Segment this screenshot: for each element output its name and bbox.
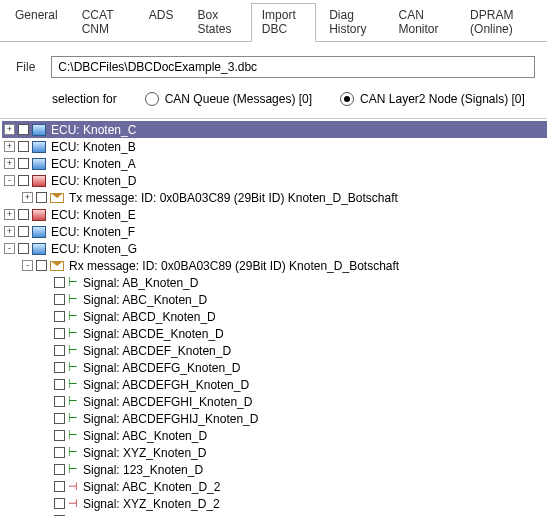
- tab-ccat-cnm[interactable]: CCAT CNM: [71, 3, 136, 42]
- tree-checkbox[interactable]: [18, 141, 29, 152]
- tree-checkbox[interactable]: [18, 209, 29, 220]
- signal-in-icon: ⊢: [68, 362, 78, 373]
- expand-icon[interactable]: +: [4, 124, 15, 135]
- tab-general[interactable]: General: [4, 3, 69, 42]
- radio-can-layer2[interactable]: CAN Layer2 Node (Signals) [0]: [340, 92, 525, 106]
- expand-icon[interactable]: +: [4, 141, 15, 152]
- tree-label: Tx message: ID: 0x0BA03C89 (29Bit ID) Kn…: [67, 191, 398, 205]
- tree-checkbox[interactable]: [18, 124, 29, 135]
- tree-row[interactable]: ⊢Signal: AB_Knoten_D: [2, 274, 547, 291]
- tree-label: Signal: 123_Knoten_D: [81, 463, 203, 477]
- tree-label: ECU: Knoten_A: [49, 157, 136, 171]
- radio-label: CAN Queue (Messages) [0]: [165, 92, 312, 106]
- radio-can-queue[interactable]: CAN Queue (Messages) [0]: [145, 92, 312, 106]
- signal-in-icon: ⊢: [68, 379, 78, 390]
- file-label: File: [16, 60, 35, 74]
- signal-in-icon: ⊢: [68, 345, 78, 356]
- tab-ads[interactable]: ADS: [138, 3, 185, 42]
- tree-checkbox[interactable]: [54, 430, 65, 441]
- tree-row[interactable]: +ECU: Knoten_A: [2, 155, 547, 172]
- expand-icon[interactable]: +: [4, 158, 15, 169]
- tree-checkbox[interactable]: [54, 311, 65, 322]
- expand-icon[interactable]: +: [4, 209, 15, 220]
- tree-row[interactable]: ⊢Signal: ABCDEFGH_Knoten_D: [2, 376, 547, 393]
- expand-icon[interactable]: +: [22, 192, 33, 203]
- expand-icon[interactable]: +: [4, 226, 15, 237]
- tree-label: ECU: Knoten_D: [49, 174, 136, 188]
- radio-label: CAN Layer2 Node (Signals) [0]: [360, 92, 525, 106]
- tree-checkbox[interactable]: [18, 158, 29, 169]
- tree-checkbox[interactable]: [54, 277, 65, 288]
- tree-label: Signal: ABCDEFGHI_Knoten_D: [81, 395, 252, 409]
- tree-label: Signal: XYZ_Knoten_D: [81, 446, 206, 460]
- tree-checkbox[interactable]: [36, 192, 47, 203]
- tab-box-states[interactable]: Box States: [187, 3, 249, 42]
- tree-checkbox[interactable]: [54, 328, 65, 339]
- tab-bar: GeneralCCAT CNMADSBox StatesImport DBCDi…: [0, 0, 547, 42]
- tree-row[interactable]: ⊢Signal: ABCDEFGHI_Knoten_D: [2, 393, 547, 410]
- tab-can-monitor[interactable]: CAN Monitor: [387, 3, 457, 42]
- tree-row[interactable]: -ECU: Knoten_D: [2, 172, 547, 189]
- tree-label: Signal: XYZ_Knoten_D_2: [81, 497, 220, 511]
- tree-row[interactable]: ⊣Signal: 123_Knoten_D_2: [2, 512, 547, 516]
- tab-dpram-online-[interactable]: DPRAM (Online): [459, 3, 543, 42]
- tree-row[interactable]: +ECU: Knoten_C: [2, 121, 547, 138]
- tree-checkbox[interactable]: [18, 175, 29, 186]
- tree-checkbox[interactable]: [18, 226, 29, 237]
- tree-row[interactable]: ⊣Signal: XYZ_Knoten_D_2: [2, 495, 547, 512]
- tree-row[interactable]: +Tx message: ID: 0x0BA03C89 (29Bit ID) K…: [2, 189, 547, 206]
- tree-view[interactable]: +ECU: Knoten_C+ECU: Knoten_B+ECU: Knoten…: [0, 118, 547, 516]
- tree-row[interactable]: +ECU: Knoten_E: [2, 206, 547, 223]
- tree-spacer: [40, 277, 51, 288]
- file-row: File: [0, 42, 547, 84]
- ecu-icon: [32, 209, 46, 221]
- tree-spacer: [40, 447, 51, 458]
- collapse-icon[interactable]: -: [22, 260, 33, 271]
- tree-row[interactable]: ⊢Signal: 123_Knoten_D: [2, 461, 547, 478]
- tree-row[interactable]: ⊢Signal: ABC_Knoten_D: [2, 427, 547, 444]
- tree-checkbox[interactable]: [54, 396, 65, 407]
- tree-row[interactable]: ⊢Signal: XYZ_Knoten_D: [2, 444, 547, 461]
- tree-row[interactable]: -Rx message: ID: 0x0BA03C89 (29Bit ID) K…: [2, 257, 547, 274]
- file-path-input[interactable]: [51, 56, 535, 78]
- tree-row[interactable]: +ECU: Knoten_B: [2, 138, 547, 155]
- tree-row[interactable]: -ECU: Knoten_G: [2, 240, 547, 257]
- tree-checkbox[interactable]: [54, 481, 65, 492]
- collapse-icon[interactable]: -: [4, 175, 15, 186]
- radio-icon: [340, 92, 354, 106]
- tree-spacer: [40, 362, 51, 373]
- tree-row[interactable]: ⊢Signal: ABCDE_Knoten_D: [2, 325, 547, 342]
- tree-label: Rx message: ID: 0x0BA03C89 (29Bit ID) Kn…: [67, 259, 399, 273]
- tree-row[interactable]: +ECU: Knoten_F: [2, 223, 547, 240]
- tree-row[interactable]: ⊢Signal: ABCDEFGHIJ_Knoten_D: [2, 410, 547, 427]
- tree-spacer: [40, 498, 51, 509]
- tree-checkbox[interactable]: [54, 294, 65, 305]
- tree-row[interactable]: ⊢Signal: ABCDEFG_Knoten_D: [2, 359, 547, 376]
- signal-in-icon: ⊢: [68, 413, 78, 424]
- tab-diag-history[interactable]: Diag History: [318, 3, 385, 42]
- ecu-icon: [32, 141, 46, 153]
- tree-checkbox[interactable]: [54, 413, 65, 424]
- tree-checkbox[interactable]: [54, 379, 65, 390]
- radio-icon: [145, 92, 159, 106]
- tab-import-dbc[interactable]: Import DBC: [251, 3, 316, 42]
- tree-row[interactable]: ⊢Signal: ABCD_Knoten_D: [2, 308, 547, 325]
- tree-checkbox[interactable]: [54, 362, 65, 373]
- tree-spacer: [40, 294, 51, 305]
- tree-label: Signal: ABCDEFG_Knoten_D: [81, 361, 240, 375]
- tree-row[interactable]: ⊣Signal: ABC_Knoten_D_2: [2, 478, 547, 495]
- message-icon: [50, 193, 64, 203]
- tree-checkbox[interactable]: [18, 243, 29, 254]
- tree-checkbox[interactable]: [54, 345, 65, 356]
- tree-checkbox[interactable]: [54, 447, 65, 458]
- tree-row[interactable]: ⊢Signal: ABC_Knoten_D: [2, 291, 547, 308]
- signal-in-icon: ⊢: [68, 294, 78, 305]
- tree-checkbox[interactable]: [54, 464, 65, 475]
- tree-label: ECU: Knoten_G: [49, 242, 137, 256]
- collapse-icon[interactable]: -: [4, 243, 15, 254]
- tree-row[interactable]: ⊢Signal: ABCDEF_Knoten_D: [2, 342, 547, 359]
- tree-checkbox[interactable]: [36, 260, 47, 271]
- tree-spacer: [40, 481, 51, 492]
- tree-checkbox[interactable]: [54, 498, 65, 509]
- selection-row: selection for CAN Queue (Messages) [0] C…: [0, 84, 547, 118]
